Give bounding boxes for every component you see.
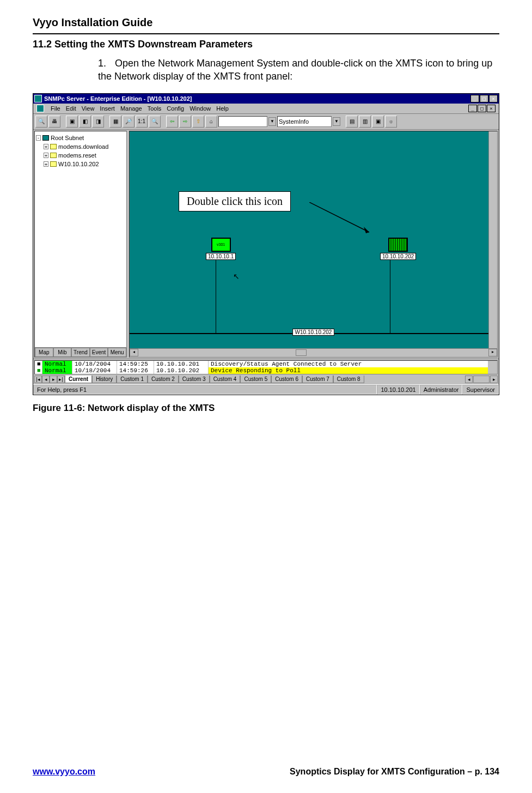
subnet-icon — [42, 135, 49, 141]
event-tab[interactable]: Custom 8 — [333, 376, 364, 383]
zoom-out-button[interactable]: 🔍 — [149, 116, 161, 128]
address-dropdown-icon[interactable]: ▼ — [268, 117, 276, 126]
vertical-scrollbar[interactable] — [488, 131, 497, 348]
event-tab[interactable]: Custom 4 — [210, 376, 241, 383]
minimize-button[interactable]: _ — [470, 95, 479, 102]
tab-map[interactable]: Map — [35, 348, 53, 357]
tab-trend[interactable]: Trend — [71, 348, 90, 357]
expander-icon[interactable]: - — [36, 135, 41, 141]
tool-3[interactable]: ◨ — [92, 116, 104, 128]
event-tab[interactable]: Custom 6 — [271, 376, 302, 383]
status-role: Supervisor — [462, 385, 499, 395]
event-tab[interactable]: History — [92, 376, 117, 383]
folder-icon — [50, 153, 57, 158]
tab-mib[interactable]: Mib — [53, 348, 72, 357]
view-combo[interactable]: SystemInfo — [277, 116, 332, 127]
expander-icon[interactable]: + — [44, 144, 48, 149]
find-button[interactable]: 🔍 — [35, 116, 47, 128]
tree-item[interactable]: + modems.reset — [36, 151, 125, 160]
tree-item[interactable]: + modems.download — [36, 142, 125, 151]
menu-edit[interactable]: Edit — [66, 105, 76, 112]
up-button[interactable]: ⇧ — [192, 116, 204, 128]
event-message: Device Responding to Poll — [209, 367, 488, 374]
horizontal-scrollbar[interactable]: ◂ ▸ — [130, 348, 497, 357]
svg-line-0 — [309, 202, 369, 232]
menu-config[interactable]: Config — [167, 105, 184, 112]
status-help: For Help, press F1 — [33, 385, 377, 395]
menu-manage[interactable]: Manage — [120, 105, 142, 112]
menu-insert[interactable]: Insert — [100, 105, 115, 112]
event-tab[interactable]: Custom 1 — [117, 376, 148, 383]
tab-prev-button[interactable]: ◂ — [42, 376, 50, 383]
event-tab[interactable]: Custom 5 — [240, 376, 271, 383]
menu-help[interactable]: Help — [216, 105, 229, 112]
expander-icon[interactable]: + — [44, 161, 48, 167]
event-message: Discovery/Status Agent Connected to Serv… — [209, 361, 488, 367]
tab-next-button[interactable]: ▸ — [50, 376, 57, 383]
tree-item-label: W10.10.10.202 — [58, 160, 99, 168]
event-scrollbar[interactable] — [488, 367, 497, 374]
tab-menu[interactable]: Menu — [108, 348, 126, 357]
folder-icon — [50, 144, 57, 149]
device-xmts[interactable]: 10.10.10.202 — [380, 238, 416, 260]
scroll-thumb[interactable] — [296, 349, 307, 356]
bullet-icon: ■ — [35, 361, 42, 367]
event-ip: 10.10.10.201 — [154, 361, 209, 367]
scroll-left-button[interactable]: ◂ — [130, 349, 138, 356]
event-tab-current[interactable]: Current — [65, 376, 92, 383]
device-icon — [388, 238, 408, 252]
tool-1[interactable]: ▣ — [66, 116, 78, 128]
print-button[interactable]: 🖶 — [48, 116, 60, 128]
event-row[interactable]: ■ Normal 10/18/2004 14:59:26 10.10.10.20… — [35, 367, 497, 374]
layout-1-button[interactable]: ▤ — [346, 116, 358, 128]
tree-item[interactable]: + W10.10.10.202 — [36, 160, 125, 168]
tree-root[interactable]: - Root Subnet — [36, 134, 125, 142]
tab-first-button[interactable]: |◂ — [34, 376, 42, 383]
tree-item-label: modems.reset — [58, 151, 96, 160]
mdi-minimize-button[interactable]: _ — [468, 105, 477, 112]
menu-tools[interactable]: Tools — [148, 105, 162, 112]
event-tab[interactable]: Custom 3 — [179, 376, 210, 383]
cursor-icon: ↖ — [233, 272, 240, 281]
tab-event[interactable]: Event — [90, 348, 108, 357]
doc-title: Vyyo Installation Guide — [33, 16, 499, 29]
menu-file[interactable]: File — [51, 105, 60, 112]
scroll-right-button[interactable]: ▸ — [488, 349, 497, 356]
zoom-11-button[interactable]: 1:1 — [136, 116, 148, 128]
address-input[interactable] — [218, 116, 267, 127]
layout-2-button[interactable]: ▥ — [359, 116, 371, 128]
menu-view[interactable]: View — [82, 105, 95, 112]
event-scrollbar[interactable] — [488, 361, 497, 367]
tool-2[interactable]: ◧ — [79, 116, 91, 128]
event-severity: Normal — [42, 361, 72, 367]
hscroll-right-button[interactable]: ▸ — [490, 376, 498, 383]
zoom-in-button[interactable]: 🔎 — [123, 116, 134, 128]
event-tab[interactable]: Custom 2 — [148, 376, 179, 383]
event-row[interactable]: ■ Normal 10/18/2004 14:59:25 10.10.10.20… — [35, 361, 497, 367]
settings-button[interactable]: ☼ — [385, 116, 397, 128]
maximize-button[interactable]: □ — [480, 95, 488, 102]
mdi-close-button[interactable]: × — [487, 105, 496, 112]
back-button[interactable]: ⇦ — [166, 116, 178, 128]
mdi-maximize-button[interactable]: □ — [478, 105, 486, 112]
expander-icon[interactable]: + — [44, 153, 48, 158]
event-tab[interactable]: Custom 7 — [302, 376, 333, 383]
home-button[interactable]: ⌂ — [205, 116, 217, 128]
tool-grid[interactable]: ▦ — [109, 116, 121, 128]
menu-window[interactable]: Window — [189, 105, 211, 112]
hscroll-track[interactable] — [473, 376, 490, 383]
section-heading: 11.2 Setting the XMTS Downstream Paramet… — [33, 39, 499, 50]
workspace: - Root Subnet + modems.download + modems… — [33, 130, 499, 359]
layout-3-button[interactable]: ▣ — [372, 116, 384, 128]
close-button[interactable]: × — [489, 95, 498, 102]
device-v301[interactable]: v301 10.10.10.1 — [206, 238, 236, 260]
forward-button[interactable]: ⇨ — [179, 116, 191, 128]
event-ip: 10.10.10.202 — [154, 367, 209, 374]
hscroll-left-button[interactable]: ◂ — [465, 376, 473, 383]
view-dropdown-icon[interactable]: ▼ — [333, 117, 340, 126]
tab-last-button[interactable]: ▸| — [57, 376, 65, 383]
scroll-track[interactable] — [138, 349, 488, 356]
device-icon: v301 — [211, 238, 231, 252]
network-canvas[interactable]: Double click this icon v301 10.10.10.1 1… — [129, 131, 498, 358]
titlebar: SNMPc Server - Enterprise Edition - [W10… — [33, 94, 499, 104]
